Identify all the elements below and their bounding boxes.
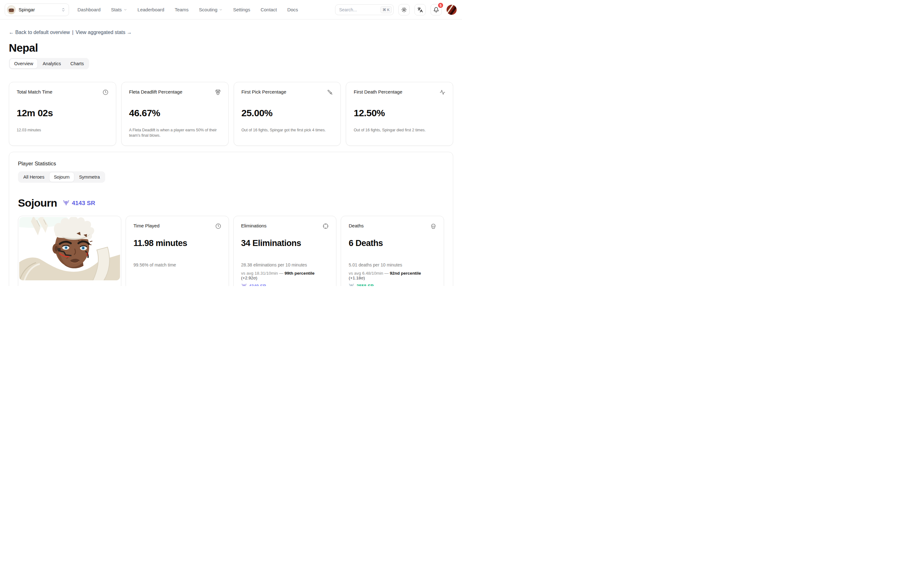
main-nav: Dashboard Stats Leaderboard Teams Scouti… xyxy=(78,7,298,12)
card-title: Eliminations xyxy=(241,223,267,228)
card-description: 12.03 minutes xyxy=(17,127,108,133)
first-pick-card: First Pick Percentage 25.00% Out of 16 f… xyxy=(234,82,341,146)
per-10-min-text: 5.01 deaths per 10 minutes xyxy=(349,263,436,267)
card-value: 11.98 minutes xyxy=(134,238,221,248)
theme-toggle-button[interactable] xyxy=(398,4,410,16)
selected-hero-header: Sojourn 4143 SR xyxy=(18,197,444,209)
top-nav-bar: Spingar Dashboard Stats Leaderboard Team… xyxy=(0,0,462,20)
time-played-card: Time Played 11.98 minutes 99.56% of matc… xyxy=(126,216,229,286)
user-avatar[interactable] xyxy=(447,5,457,15)
nav-link-stats[interactable]: Stats xyxy=(111,7,127,12)
card-title: Time Played xyxy=(134,223,160,228)
notifications-button[interactable]: 5 xyxy=(430,4,442,16)
chevrons-up-down-icon xyxy=(61,8,65,12)
fleta-deadlift-card: Fleta Deadlift Percentage 46.67% A Fleta… xyxy=(121,82,229,146)
card-value: 12.50% xyxy=(354,108,445,118)
sigma-value: (+2.92σ) xyxy=(241,276,257,280)
language-button[interactable] xyxy=(415,4,426,16)
card-title: Total Match Time xyxy=(17,89,52,95)
diamond-rank-badge-icon xyxy=(349,283,354,286)
clock-icon xyxy=(216,223,221,229)
deaths-card: Deaths 6 Deaths 5.01 deaths per 10 minut… xyxy=(341,216,444,286)
hero-sr-value: 4143 SR xyxy=(72,200,95,207)
hero-stat-cards: Time Played 11.98 minutes 99.56% of matc… xyxy=(18,216,444,286)
masters-rank-badge-icon xyxy=(63,200,70,206)
page-tabs: Overview Analytics Charts xyxy=(9,58,89,69)
hero-portrait-card xyxy=(18,216,121,286)
breadcrumb-separator: | xyxy=(72,30,73,35)
card-value: 6 Deaths xyxy=(349,238,436,248)
tab-charts[interactable]: Charts xyxy=(66,59,88,68)
sigma-value: (+1.18σ) xyxy=(349,276,365,280)
main-content: ← Back to default overview | View aggreg… xyxy=(0,30,462,286)
clock-icon xyxy=(102,89,108,95)
nav-link-docs[interactable]: Docs xyxy=(287,7,298,12)
nav-link-scouting[interactable]: Scouting xyxy=(199,7,223,12)
sojourn-portrait-image xyxy=(19,217,120,280)
hero-name: Sojourn xyxy=(18,197,57,209)
sun-icon xyxy=(401,7,407,12)
card-description: A Fleta Deadlift is when a player earns … xyxy=(129,127,221,138)
stat-sr-value: 3558 SR xyxy=(357,283,374,286)
nav-right-cluster: ⌘ K 5 xyxy=(335,4,457,16)
panel-heading: Player Statistics xyxy=(18,161,444,167)
activity-icon xyxy=(439,89,445,95)
eliminations-card: Eliminations 34 Eliminations 28.38 elimi… xyxy=(233,216,337,286)
card-title: Fleta Deadlift Percentage xyxy=(129,89,182,95)
percentile-value: 92nd percentile xyxy=(390,271,421,276)
player-avatar xyxy=(7,5,16,14)
nav-link-leaderboard[interactable]: Leaderboard xyxy=(138,7,165,12)
tab-analytics[interactable]: Analytics xyxy=(38,59,65,68)
card-value: 25.00% xyxy=(242,108,333,118)
keyboard-shortcut-badge: ⌘ K xyxy=(380,6,392,13)
card-value: 12m 02s xyxy=(17,108,108,118)
skull-icon xyxy=(430,223,436,229)
languages-icon xyxy=(417,7,423,12)
card-subtext: 99.56% of match time xyxy=(134,263,221,267)
card-title: Deaths xyxy=(349,223,364,228)
stat-sr-chip: 4349 SR xyxy=(241,283,329,286)
card-description: Out of 16 fights, Spingar died first 2 t… xyxy=(354,127,445,133)
nav-link-teams[interactable]: Teams xyxy=(175,7,189,12)
card-title: First Death Percentage xyxy=(354,89,402,95)
player-selector-label: Spingar xyxy=(19,7,35,12)
hero-tab-all-heroes[interactable]: All Heroes xyxy=(19,172,49,182)
card-description: Out of 16 fights, Spingar got the first … xyxy=(242,127,333,133)
summary-stat-cards: Total Match Time 12m 02s 12.03 minutes F… xyxy=(9,82,453,146)
nav-link-settings[interactable]: Settings xyxy=(233,7,250,12)
medal-icon xyxy=(215,89,221,95)
nav-link-dashboard[interactable]: Dashboard xyxy=(78,7,101,12)
player-statistics-panel: Player Statistics All Heroes Sojourn Sym… xyxy=(9,152,453,286)
notification-count-badge: 5 xyxy=(438,2,444,8)
player-selector[interactable]: Spingar xyxy=(5,3,69,16)
breadcrumb: ← Back to default overview | View aggreg… xyxy=(9,30,453,35)
percentile-text: vs avg 18.31/10min — 99th percentile (+2… xyxy=(241,271,329,280)
total-match-time-card: Total Match Time 12m 02s 12.03 minutes xyxy=(9,82,116,146)
page-title: Nepal xyxy=(9,42,453,54)
hero-tab-sojourn[interactable]: Sojourn xyxy=(50,172,74,182)
search-input[interactable] xyxy=(339,7,380,12)
per-10-min-text: 28.38 eliminations per 10 minutes xyxy=(241,263,329,267)
card-value: 34 Eliminations xyxy=(241,238,329,248)
back-to-overview-link[interactable]: ← Back to default overview xyxy=(9,30,70,35)
stat-sr-chip: 3558 SR xyxy=(349,283,436,286)
crosshair-icon xyxy=(323,223,328,229)
stat-sr-value: 4349 SR xyxy=(249,283,266,286)
hero-tab-symmetra[interactable]: Symmetra xyxy=(75,172,104,182)
percentile-value: 99th percentile xyxy=(285,271,315,276)
tab-overview[interactable]: Overview xyxy=(10,59,37,68)
chevron-down-icon xyxy=(123,8,127,12)
nav-link-contact[interactable]: Contact xyxy=(261,7,277,12)
first-death-card: First Death Percentage 12.50% Out of 16 … xyxy=(346,82,453,146)
view-aggregated-stats-link[interactable]: View aggregated stats → xyxy=(76,30,132,35)
search-box[interactable]: ⌘ K xyxy=(335,5,394,15)
sword-icon xyxy=(327,89,333,95)
card-value: 46.67% xyxy=(129,108,221,118)
percentile-text: vs avg 6.48/10min — 92nd percentile (+1.… xyxy=(349,271,436,280)
masters-rank-badge-icon xyxy=(241,283,247,286)
card-title: First Pick Percentage xyxy=(242,89,287,95)
hero-tabs: All Heroes Sojourn Symmetra xyxy=(18,171,105,183)
chevron-down-icon xyxy=(219,8,223,12)
hero-sr-chip: 4143 SR xyxy=(63,200,95,207)
